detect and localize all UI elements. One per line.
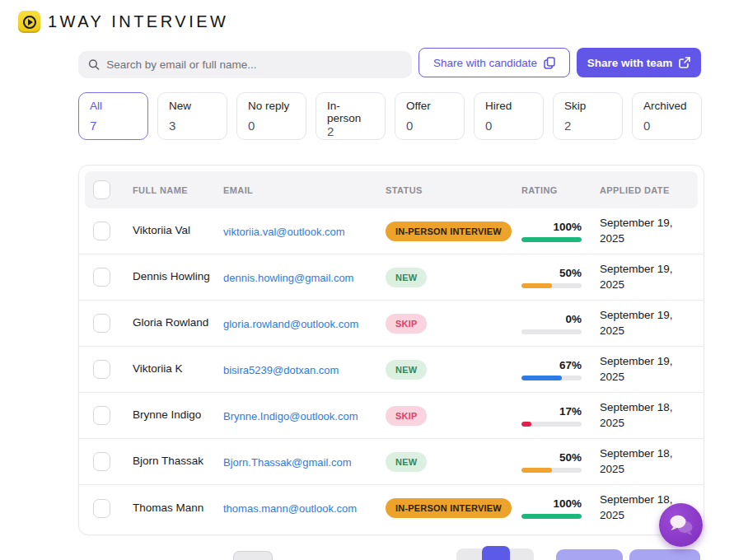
rating-percent: 100% — [521, 497, 582, 510]
tab-count: 0 — [643, 119, 690, 133]
row-checkbox[interactable] — [93, 499, 110, 518]
rating-bar — [521, 237, 582, 242]
candidate-name: Bjorn Thassak — [133, 454, 212, 469]
column-header-rating: RATING — [521, 185, 582, 195]
brand: 1WAY INTERVIEW — [18, 11, 228, 33]
chat-widget-button[interactable] — [659, 503, 703, 547]
copy-icon — [544, 57, 555, 69]
row-checkbox[interactable] — [93, 360, 110, 379]
row-checkbox[interactable] — [93, 314, 110, 333]
row-checkbox[interactable] — [93, 268, 110, 287]
play-icon — [23, 16, 36, 29]
column-header-email: EMAIL — [223, 185, 374, 195]
tab-in-person[interactable]: In-person 2 — [316, 92, 386, 140]
rating-bar — [521, 468, 582, 473]
row-checkbox[interactable] — [93, 222, 110, 240]
table-row[interactable]: Gloria Rowland gloria.rowland@outlook.co… — [79, 301, 704, 347]
share-with-team-button[interactable]: Share with team — [577, 48, 701, 77]
status-badge: IN-PERSON INTERVIEW — [386, 498, 512, 518]
row-checkbox[interactable] — [93, 452, 110, 471]
table-row[interactable]: Thomas Mann thomas.mann@outlook.com IN-P… — [79, 485, 704, 531]
candidate-email-link[interactable]: viktoriia.val@outlook.com — [223, 226, 345, 238]
applied-date: September 18, 2025 — [600, 400, 692, 432]
row-checkbox[interactable] — [93, 406, 110, 425]
candidate-name: Dennis Howling — [133, 269, 212, 285]
search-input[interactable] — [106, 58, 402, 71]
select-all-checkbox[interactable] — [93, 180, 110, 199]
tab-label: Hired — [485, 100, 532, 112]
rating-percent: 67% — [521, 359, 582, 371]
column-header-status: STATUS — [386, 185, 517, 195]
candidate-email-link[interactable]: Brynne.Indigo@outlook.com — [223, 410, 358, 422]
tab-skip[interactable]: Skip 2 — [553, 92, 623, 140]
applied-date: September 19, 2025 — [600, 354, 692, 385]
tab-label: Offer — [406, 100, 453, 112]
candidate-email-link[interactable]: bisira5239@dotxan.com — [223, 364, 339, 376]
column-header-applied-date: APPLIED DATE — [600, 185, 692, 195]
tab-label: New — [169, 100, 216, 112]
tab-new[interactable]: New 3 — [157, 92, 227, 140]
applied-date: September 19, 2025 — [600, 216, 692, 247]
tab-label: Skip — [564, 100, 611, 112]
page: 1WAY INTERVIEW Share with candidate Shar… — [0, 0, 734, 560]
candidate-name: Gloria Rowland — [133, 315, 212, 331]
external-link-icon — [679, 57, 690, 68]
tab-count: 2 — [327, 124, 374, 138]
candidate-email-link[interactable]: dennis.howling@gmail.com — [223, 272, 353, 284]
tab-count: 0 — [485, 119, 532, 133]
table-row[interactable]: Viktoriia Val viktoriia.val@outlook.com … — [79, 208, 704, 254]
search-bar[interactable] — [78, 51, 412, 78]
applied-date: September 19, 2025 — [600, 308, 692, 339]
share-with-candidate-button[interactable]: Share with candidate — [418, 48, 570, 77]
table-row[interactable]: Viktoriia K bisira5239@dotxan.com NEW 67… — [79, 347, 704, 393]
rating-bar — [521, 422, 582, 427]
filter-tabs: All 7 New 3 No reply 0 In-person 2 Offer… — [78, 92, 702, 140]
tab-count: 3 — [169, 119, 216, 133]
app-title: 1WAY INTERVIEW — [48, 12, 228, 31]
candidate-email-link[interactable]: gloria.rowland@outlook.com — [223, 318, 358, 330]
tab-count: 7 — [90, 119, 137, 133]
pagination-partial[interactable] — [456, 548, 534, 560]
pagination-current-page-partial[interactable] — [482, 546, 510, 560]
candidate-email-link[interactable]: Bjorn.Thassak@gmail.com — [223, 456, 352, 469]
app-logo-icon — [18, 11, 40, 33]
rating-percent: 50% — [521, 267, 582, 279]
tab-hired[interactable]: Hired 0 — [474, 92, 544, 140]
candidate-name: Thomas Mann — [133, 501, 212, 516]
candidate-name: Viktoriia Val — [133, 223, 212, 239]
candidate-email-link[interactable]: thomas.mann@outlook.com — [223, 502, 357, 515]
tab-label: No reply — [248, 100, 295, 112]
status-badge: SKIP — [386, 314, 427, 334]
table-row[interactable]: Brynne Indigo Brynne.Indigo@outlook.com … — [79, 393, 704, 439]
candidate-name: Brynne Indigo — [133, 408, 212, 423]
bottom-action-button-partial[interactable] — [629, 549, 700, 560]
status-badge: NEW — [386, 268, 427, 287]
rating-bar — [521, 376, 582, 380]
rating-bar — [521, 283, 582, 288]
tab-no-reply[interactable]: No reply 0 — [236, 92, 306, 140]
status-badge: SKIP — [386, 406, 427, 426]
share-with-team-label: Share with team — [587, 57, 673, 69]
table-header-row: FULL NAME EMAIL STATUS RATING APPLIED DA… — [85, 171, 698, 208]
tab-archived[interactable]: Archived 0 — [632, 92, 702, 140]
rating-percent: 50% — [521, 451, 582, 464]
tab-label: Archived — [643, 100, 690, 112]
bottom-action-button-partial[interactable] — [556, 549, 623, 560]
tab-label: In-person — [327, 100, 374, 124]
bottom-button-partial[interactable] — [233, 551, 273, 560]
column-header-full-name: FULL NAME — [133, 185, 212, 195]
chat-bubbles-icon — [668, 513, 694, 538]
table-row[interactable]: Dennis Howling dennis.howling@gmail.com … — [79, 254, 704, 301]
share-with-candidate-label: Share with candidate — [433, 57, 537, 69]
tab-all[interactable]: All 7 — [78, 92, 148, 140]
candidate-name: Viktoriia K — [133, 362, 212, 377]
tab-count: 0 — [406, 119, 453, 133]
candidates-table: FULL NAME EMAIL STATUS RATING APPLIED DA… — [78, 165, 704, 535]
status-badge: IN-PERSON INTERVIEW — [386, 222, 512, 241]
search-icon — [88, 58, 100, 71]
table-row[interactable]: Bjorn Thassak Bjorn.Thassak@gmail.com NE… — [79, 439, 704, 485]
rating-percent: 17% — [521, 405, 582, 418]
tab-count: 0 — [248, 119, 295, 133]
tab-offer[interactable]: Offer 0 — [395, 92, 465, 140]
rating-percent: 0% — [521, 313, 582, 325]
